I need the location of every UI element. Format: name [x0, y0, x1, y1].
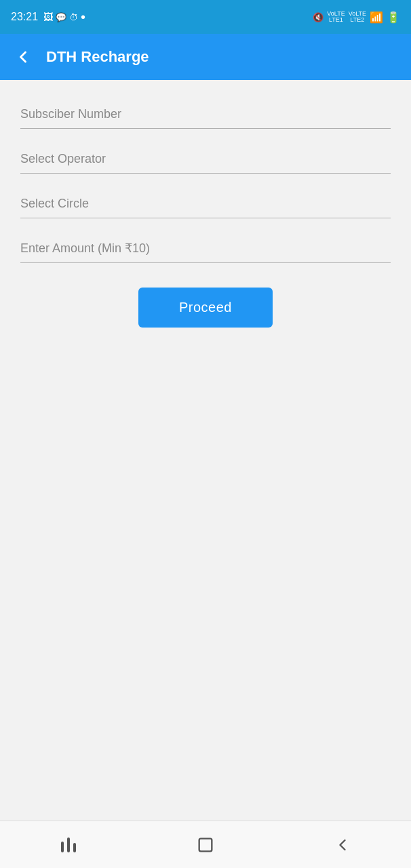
back-nav-icon	[333, 835, 352, 854]
whatsapp-status-icon: 💬	[56, 12, 66, 22]
status-bar: 23:21 🖼 💬 ⏱ • 🔇 VoLTE LTE1 VoLTE LTE2 📶 …	[0, 0, 411, 34]
status-bar-left: 23:21 🖼 💬 ⏱ •	[11, 9, 85, 25]
enter-amount-input[interactable]	[20, 235, 391, 263]
status-bar-right: 🔇 VoLTE LTE1 VoLTE LTE2 📶 🔋	[313, 11, 400, 24]
select-operator-input[interactable]	[20, 145, 391, 174]
circle-field-container	[20, 190, 391, 218]
status-time: 23:21	[11, 11, 38, 23]
app-title: DTH Recharge	[46, 48, 149, 66]
main-content: Proceed	[0, 80, 411, 821]
subscriber-field-container	[20, 100, 391, 129]
image-status-icon: 🖼	[43, 12, 53, 22]
home-icon	[196, 835, 215, 854]
clock-status-icon: ⏱	[69, 12, 78, 22]
select-circle-input[interactable]	[20, 190, 391, 218]
back-button[interactable]	[11, 45, 35, 69]
status-icons: 🖼 💬 ⏱ •	[43, 9, 85, 25]
subscriber-number-input[interactable]	[20, 100, 391, 129]
back-nav-button[interactable]	[322, 825, 363, 865]
signal-bars-icon: 📶	[370, 11, 383, 24]
operator-field-container	[20, 145, 391, 174]
battery-icon: 🔋	[387, 11, 400, 24]
home-button[interactable]	[185, 825, 226, 865]
amount-field-container	[20, 235, 391, 263]
app-bar: DTH Recharge	[0, 34, 411, 80]
svg-rect-0	[199, 838, 212, 851]
recent-apps-button[interactable]	[48, 825, 89, 865]
bottom-nav	[0, 821, 411, 868]
dot-status-icon: •	[81, 9, 85, 25]
proceed-button[interactable]: Proceed	[138, 288, 273, 328]
recent-apps-icon	[61, 837, 76, 852]
mute-icon: 🔇	[313, 12, 324, 22]
